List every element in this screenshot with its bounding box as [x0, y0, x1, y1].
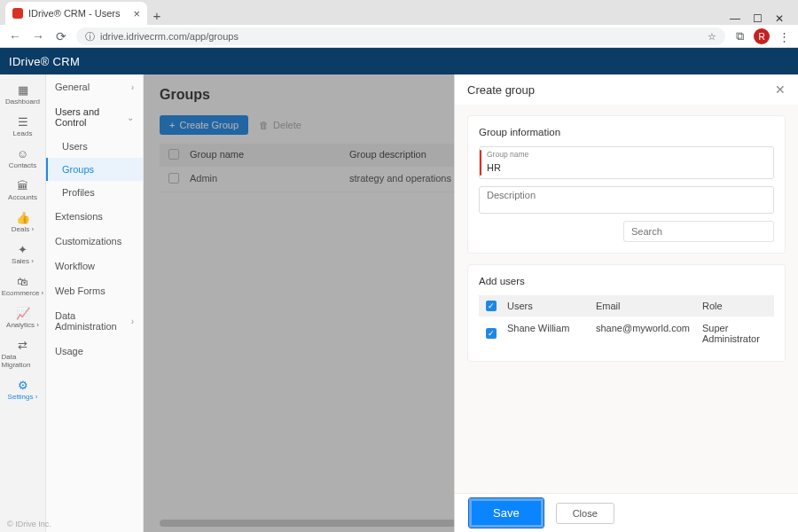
group-name-label: Group name — [487, 150, 766, 159]
icon-sidebar: ▦Dashboard ☰Leads ☺Contacts 🏛Accounts 👍D… — [0, 74, 46, 532]
description-input[interactable] — [487, 190, 766, 206]
select-all-users-checkbox[interactable]: ✓ — [486, 301, 497, 311]
subnav-workflow[interactable]: Workflow — [46, 254, 143, 278]
subnav-general[interactable]: General› — [46, 74, 143, 99]
sidebar-sales[interactable]: ✦Sales › — [2, 239, 44, 270]
sidebar-analytics[interactable]: 📈Analytics › — [2, 303, 44, 333]
panel-footer: Save Close — [455, 493, 798, 532]
cell-user-name: Shane William — [507, 323, 596, 344]
settings-subnav: General› Users and Control⌄ Users Groups… — [46, 74, 144, 532]
panel-header: Create group ✕ — [455, 74, 798, 105]
chevron-right-icon: › — [131, 317, 134, 326]
users-table: ✓ Users Email Role ✓ Shane William shane… — [479, 295, 774, 350]
back-icon[interactable]: ← — [7, 29, 23, 43]
sidebar-leads[interactable]: ☰Leads — [2, 112, 44, 142]
add-users-card: Add users ✓ Users Email Role ✓ Shane Wil… — [467, 264, 786, 362]
subnav-usage[interactable]: Usage — [46, 339, 143, 364]
group-info-card: Group information Group name — [467, 115, 786, 254]
save-button[interactable]: Save — [469, 498, 544, 528]
add-users-title: Add users — [479, 276, 774, 286]
subnav-profiles[interactable]: Profiles — [46, 181, 143, 204]
subnav-extensions[interactable]: Extensions — [46, 204, 143, 229]
subnav-web-forms[interactable]: Web Forms — [46, 278, 143, 303]
menu-icon[interactable]: ⋮ — [777, 30, 791, 43]
reload-icon[interactable]: ⟳ — [53, 29, 69, 43]
subnav-groups[interactable]: Groups — [46, 158, 143, 181]
sidebar-settings[interactable]: ⚙Settings › — [2, 375, 44, 405]
leads-icon: ☰ — [18, 116, 28, 128]
sidebar-deals[interactable]: 👍Deals › — [2, 207, 44, 238]
tab-strip: IDrive® CRM - Users × + — ☐ ✕ — [0, 0, 798, 25]
group-name-input[interactable] — [487, 162, 766, 173]
dashboard-icon: ▦ — [18, 84, 28, 96]
url-text: idrive.idrivecrm.com/app/groups — [100, 31, 239, 42]
user-search-box[interactable] — [623, 221, 774, 242]
url-input[interactable]: ⓘ idrive.idrivecrm.com/app/groups ☆ — [76, 27, 725, 45]
browser-tab[interactable]: IDrive® CRM - Users × — [5, 2, 147, 25]
tab-title: IDrive® CRM - Users — [28, 8, 120, 19]
subnav-data-admin[interactable]: Data Administration› — [46, 303, 143, 339]
group-name-field[interactable]: Group name — [479, 146, 774, 179]
extensions-icon[interactable]: ⧉ — [732, 29, 747, 43]
site-info-icon[interactable]: ⓘ — [85, 30, 95, 43]
app-footer: © IDrive Inc. — [7, 520, 51, 528]
migration-icon: ⇄ — [18, 340, 27, 351]
ecommerce-icon: 🛍 — [17, 276, 28, 287]
chevron-down-icon: ⌄ — [127, 113, 134, 122]
col-email: Email — [596, 301, 702, 311]
profile-avatar[interactable]: R — [754, 28, 770, 44]
user-search-input[interactable] — [623, 221, 774, 242]
address-bar: ← → ⟳ ⓘ idrive.idrivecrm.com/app/groups … — [0, 25, 798, 48]
cell-user-role: Super Administrator — [702, 323, 767, 344]
minimize-icon[interactable]: — — [730, 12, 740, 25]
panel-title: Create group — [467, 83, 535, 97]
user-checkbox[interactable]: ✓ — [486, 328, 497, 339]
browser-chrome: IDrive® CRM - Users × + — ☐ ✕ ← → ⟳ ⓘ id… — [0, 0, 798, 48]
close-window-icon[interactable]: ✕ — [775, 12, 784, 25]
users-table-header: ✓ Users Email Role — [479, 295, 774, 317]
col-role: Role — [702, 301, 767, 311]
window-controls: — ☐ ✕ — [730, 9, 793, 25]
accounts-icon: 🏛 — [17, 180, 28, 192]
forward-icon[interactable]: → — [30, 29, 46, 43]
gear-icon: ⚙ — [18, 379, 28, 391]
subnav-customizations[interactable]: Customizations — [46, 229, 143, 254]
description-field[interactable] — [479, 186, 774, 214]
sidebar-ecommerce[interactable]: 🛍Ecommerce › — [2, 271, 44, 301]
col-users: Users — [507, 301, 596, 311]
tab-favicon — [12, 8, 23, 19]
panel-body: Group information Group name — [455, 105, 798, 493]
sales-icon: ✦ — [18, 244, 27, 255]
cell-user-email: shane@myworld.com — [596, 323, 702, 344]
bookmark-icon[interactable]: ☆ — [708, 31, 716, 43]
subnav-users-control[interactable]: Users and Control⌄ — [46, 99, 143, 135]
create-group-panel: Create group ✕ Group information Group n… — [454, 74, 798, 532]
close-tab-icon[interactable]: × — [133, 7, 140, 20]
group-info-title: Group information — [479, 127, 774, 137]
sidebar-contacts[interactable]: ☺Contacts — [2, 144, 44, 174]
app-body: ▦Dashboard ☰Leads ☺Contacts 🏛Accounts 👍D… — [0, 74, 798, 532]
close-panel-icon[interactable]: ✕ — [775, 82, 786, 97]
maximize-icon[interactable]: ☐ — [753, 12, 763, 25]
app-logo: IDrive® CRM — [9, 55, 80, 68]
sidebar-data-migration[interactable]: ⇄Data Migration — [2, 335, 44, 373]
new-tab-button[interactable]: + — [147, 5, 167, 25]
sidebar-dashboard[interactable]: ▦Dashboard — [2, 80, 44, 110]
app-root: IDrive® CRM ▦Dashboard ☰Leads ☺Contacts … — [0, 48, 798, 532]
close-button[interactable]: Close — [556, 503, 614, 524]
analytics-icon: 📈 — [16, 308, 30, 319]
deals-icon: 👍 — [16, 212, 30, 223]
contacts-icon: ☺ — [17, 148, 28, 160]
chevron-right-icon: › — [131, 82, 134, 92]
subnav-users[interactable]: Users — [46, 135, 143, 158]
app-header: IDrive® CRM — [0, 48, 798, 74]
user-row[interactable]: ✓ Shane William shane@myworld.com Super … — [479, 317, 774, 350]
sidebar-accounts[interactable]: 🏛Accounts — [2, 176, 44, 206]
